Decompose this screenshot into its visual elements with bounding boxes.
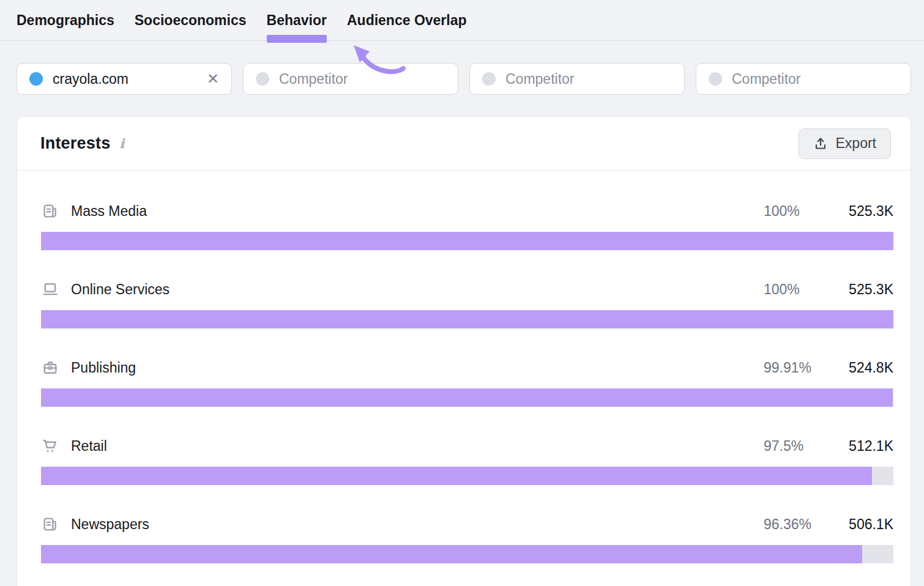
competitor-input-2[interactable]: Competitor bbox=[469, 63, 685, 95]
selected-domain-chip[interactable]: crayola.com ✕ bbox=[17, 63, 232, 95]
competitor-dot-icon bbox=[256, 72, 269, 86]
interest-value: 524.8K bbox=[825, 360, 893, 376]
tab-socioeconomics[interactable]: Socioeconomics bbox=[135, 0, 247, 41]
tab-behavior[interactable]: Behavior bbox=[267, 0, 327, 41]
interest-row: Mass Media 100% 525.3K bbox=[41, 201, 893, 250]
interest-bar-track bbox=[41, 388, 893, 407]
interest-name: Retail bbox=[71, 438, 107, 454]
export-upload-icon bbox=[813, 136, 828, 151]
export-button[interactable]: Export bbox=[799, 128, 891, 159]
interest-name: Publishing bbox=[71, 360, 136, 376]
interest-name: Newspapers bbox=[71, 516, 149, 533]
interest-value: 506.1K bbox=[825, 516, 893, 533]
interest-bar-track bbox=[41, 545, 893, 563]
interest-name: Mass Media bbox=[71, 203, 147, 220]
competitor-dot-icon bbox=[482, 72, 496, 86]
newspaper-icon bbox=[41, 515, 59, 533]
competitor-input-1[interactable]: Competitor bbox=[243, 63, 458, 95]
interest-bar-fill bbox=[41, 310, 893, 328]
competitor-placeholder: Competitor bbox=[732, 71, 800, 87]
competitor-input-3[interactable]: Competitor bbox=[696, 63, 911, 95]
competitor-placeholder: Competitor bbox=[505, 71, 574, 87]
tab-audience-overlap[interactable]: Audience Overlap bbox=[347, 0, 467, 41]
interest-bar-fill bbox=[41, 467, 872, 485]
interests-card: Interests i Export Mass Media 100% 525 bbox=[17, 116, 911, 586]
interest-bar-track bbox=[41, 467, 893, 485]
interest-percent: 99.91% bbox=[764, 360, 825, 376]
laptop-icon bbox=[41, 280, 59, 299]
info-icon[interactable]: i bbox=[119, 136, 124, 151]
interest-value: 525.3K bbox=[825, 281, 893, 298]
interest-bar-fill bbox=[41, 545, 862, 563]
interests-card-header: Interests i Export bbox=[17, 117, 911, 171]
card-title: Interests bbox=[40, 134, 110, 153]
interest-percent: 96.36% bbox=[764, 516, 825, 533]
competitor-placeholder: Competitor bbox=[279, 71, 348, 87]
interest-value: 525.3K bbox=[825, 203, 893, 220]
domain-color-dot-icon bbox=[29, 72, 43, 86]
tab-demographics[interactable]: Demographics bbox=[17, 0, 114, 41]
interest-bar-track bbox=[41, 232, 893, 250]
remove-domain-icon[interactable]: ✕ bbox=[207, 72, 219, 86]
interest-bar-track bbox=[41, 310, 893, 328]
newspaper-icon bbox=[41, 202, 59, 220]
interest-row: Online Services 100% 525.3K bbox=[41, 279, 893, 328]
interest-percent: 100% bbox=[764, 281, 825, 298]
selected-domain-label: crayola.com bbox=[53, 71, 129, 87]
interest-row: Publishing 99.91% 524.8K bbox=[41, 357, 893, 407]
interest-percent: 100% bbox=[764, 203, 825, 220]
briefcase-icon bbox=[41, 358, 59, 377]
domain-filter-row: crayola.com ✕ Competitor Competitor Comp… bbox=[17, 63, 911, 95]
interests-list: Mass Media 100% 525.3K Online Services 1… bbox=[17, 201, 911, 563]
interest-bar-fill bbox=[41, 232, 893, 250]
interest-value: 512.1K bbox=[825, 438, 893, 454]
interest-name: Online Services bbox=[71, 281, 170, 298]
interest-row: Newspapers 96.36% 506.1K bbox=[41, 514, 893, 563]
cart-icon bbox=[41, 437, 59, 455]
interest-bar-fill bbox=[41, 388, 893, 407]
competitor-dot-icon bbox=[709, 72, 722, 86]
behavior-report-tabs: Demographics Socioeconomics Behavior Aud… bbox=[0, 0, 924, 41]
export-button-label: Export bbox=[836, 135, 876, 152]
interest-percent: 97.5% bbox=[764, 438, 825, 454]
interest-row: Retail 97.5% 512.1K bbox=[41, 436, 893, 485]
